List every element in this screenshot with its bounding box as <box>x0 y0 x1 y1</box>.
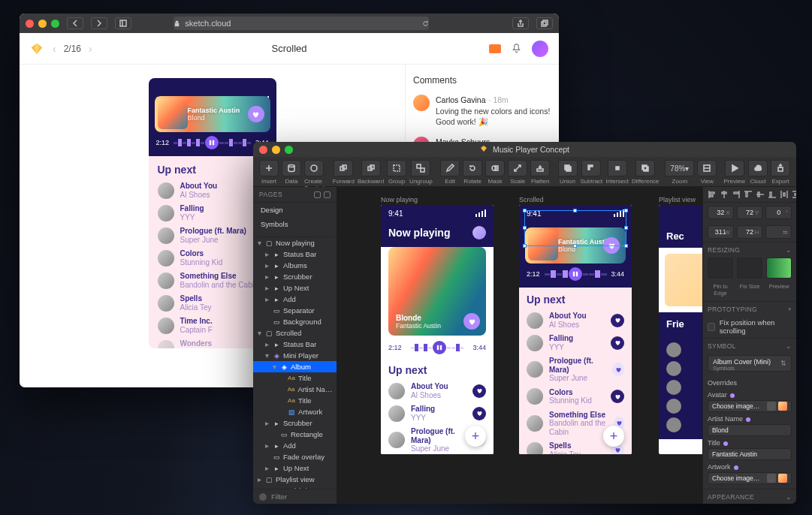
track-item[interactable]: Prologue (ft. Mara)Super June <box>158 227 267 244</box>
subtract-button[interactable]: Subtract <box>581 160 603 185</box>
layer-row[interactable]: Aa Title <box>253 372 337 384</box>
track-item[interactable]: Falling YYY <box>388 405 486 422</box>
track-item[interactable]: ColorsStunning Kid <box>527 388 624 405</box>
minimize-dot[interactable] <box>38 20 47 28</box>
scale-button[interactable]: Scale <box>508 160 527 185</box>
reload-icon[interactable] <box>422 20 429 27</box>
disclosure-icon[interactable]: ▸ <box>264 284 270 292</box>
export-button[interactable]: Export <box>771 160 790 185</box>
sidebar-button[interactable] <box>115 17 131 29</box>
artboard-label[interactable]: Now playing <box>381 196 418 203</box>
track-item[interactable]: About YouAl Shoes <box>158 182 267 199</box>
layer-row[interactable]: Aa Title <box>253 395 337 406</box>
tabs-button[interactable] <box>536 17 553 29</box>
selection-box[interactable] <box>524 210 626 246</box>
track-item[interactable]: FallingYYY <box>158 204 267 221</box>
canvas[interactable]: Now playing Scrolled Playlist view 9:41 … <box>337 187 702 504</box>
layer-row[interactable]: ▾ ◈ Album <box>253 361 337 372</box>
track-item[interactable]: Time Inc.Captain F <box>158 317 267 334</box>
status-icon[interactable] <box>489 44 501 53</box>
heart-button[interactable] <box>612 363 624 376</box>
track-item[interactable]: SpellsAlicia Tey <box>158 294 267 312</box>
h-field[interactable]: 72H <box>737 225 763 239</box>
disclosure-icon[interactable]: ▸ <box>264 261 270 270</box>
artboard-playlist[interactable]: Rec Frie <box>659 205 702 454</box>
track-item[interactable]: About YouAl Shoes <box>527 312 624 329</box>
layer-row[interactable]: ▭ Separator <box>253 305 337 316</box>
layer-row[interactable]: ▾ ▢ Now playing <box>253 237 337 248</box>
choose-image-button[interactable]: Choose image… <box>708 400 792 412</box>
heart-button[interactable] <box>463 313 480 330</box>
play-pause-button[interactable] <box>205 136 219 149</box>
layer-row[interactable]: ▸ ▸ Scrubber <box>253 271 337 282</box>
fix-position-checkbox[interactable]: Fix position when scrolling <box>703 315 796 338</box>
back-button[interactable] <box>67 17 83 29</box>
layer-row[interactable]: ▸ ▸ Status Bar <box>253 248 337 260</box>
layer-row[interactable]: Aa Artist Name <box>253 384 337 395</box>
align-row[interactable] <box>703 187 796 203</box>
pin-edge[interactable] <box>708 258 733 279</box>
flip-field[interactable]: ⇋ <box>765 225 792 239</box>
layer-row[interactable]: ▭ Background <box>253 316 337 327</box>
track-item[interactable]: FallingYYY <box>527 334 624 351</box>
forward-button[interactable] <box>91 17 107 29</box>
insert-button[interactable]: Insert <box>259 160 279 185</box>
artboard-label[interactable]: Playlist view <box>659 196 696 203</box>
intersect-button[interactable]: Intersect <box>605 160 629 185</box>
inspector-panel[interactable]: 32X 72Y 0° 311W 72H ⇋ RESIZING⌄ Pin to E… <box>702 187 796 504</box>
disclosure-icon[interactable]: ▸ <box>264 464 270 472</box>
heart-button[interactable] <box>611 314 624 327</box>
layer-row[interactable]: ▸ ▸ Status Bar <box>253 339 337 350</box>
artist-name-field[interactable]: Blond <box>708 424 792 436</box>
disclosure-icon[interactable]: ▸ <box>264 273 270 281</box>
disclosure-icon[interactable]: ▸ <box>264 295 270 303</box>
backward-button[interactable]: Backward <box>358 160 384 185</box>
track-item[interactable]: Prologue (ft. Mara)Super June <box>527 357 624 383</box>
difference-button[interactable]: Difference <box>632 160 659 185</box>
artboard-scrolled[interactable]: 9:41 Fantastic AustinBlond 2:12 <box>519 205 632 454</box>
fix-size[interactable] <box>737 258 762 279</box>
layer-row[interactable]: ▸ ▸ Scrubber <box>253 417 337 429</box>
rotate-button[interactable]: Rotate <box>463 160 482 185</box>
page-item[interactable]: Design <box>253 203 337 217</box>
traffic-lights[interactable] <box>26 20 59 28</box>
forward-button[interactable]: Forward <box>333 160 355 185</box>
symbol-select[interactable]: Album Cover (Mini) Symbols ⇅ <box>708 355 792 372</box>
layer-row[interactable]: ▭ Fade overlay <box>253 451 337 462</box>
left-panel[interactable]: PAGES Design Symbols ▾ ▢ Now playing ▸ ▸… <box>253 187 337 504</box>
flatten-button[interactable]: Flatten <box>530 160 550 185</box>
rot-field[interactable]: 0° <box>765 206 792 219</box>
layer-row[interactable]: ▸ ▢ Playlist view <box>253 474 337 485</box>
waveform[interactable] <box>174 137 251 149</box>
layer-row[interactable]: ▸ ▸ Add <box>253 440 337 451</box>
bell-icon[interactable] <box>512 44 521 53</box>
track-item[interactable]: Something ElseBandolin and the Cabin <box>158 272 267 289</box>
page-item[interactable]: Symbols <box>253 217 337 231</box>
prev-page-button[interactable]: ‹ <box>53 43 56 55</box>
layer-list[interactable]: ▾ ▢ Now playing ▸ ▸ Status Bar ▸ ▸ Album… <box>253 237 337 489</box>
address-bar[interactable]: sketch.cloud <box>174 17 429 30</box>
user-avatar[interactable] <box>532 41 548 57</box>
union-button[interactable]: Union <box>558 160 578 185</box>
layer-row[interactable]: ▸ ▸ Albums <box>253 260 337 271</box>
mask-button[interactable]: Mask <box>485 160 505 185</box>
disclosure-icon[interactable]: ▸ <box>264 419 270 427</box>
artboard-label[interactable]: Scrolled <box>519 196 544 203</box>
heart-button[interactable] <box>472 407 486 420</box>
view-button[interactable]: View <box>697 160 717 185</box>
disclosure-icon[interactable]: ▾ <box>271 363 277 371</box>
preview-button[interactable]: Preview <box>724 160 745 185</box>
title-field[interactable]: Fantastic Austin <box>708 448 792 460</box>
add-page-icon[interactable] <box>314 191 321 198</box>
disclosure-icon[interactable]: ▾ <box>256 239 262 247</box>
add-fab[interactable]: + <box>603 426 624 447</box>
x-field[interactable]: 32X <box>708 206 734 219</box>
track-item[interactable]: ColorsStunning Kid <box>158 249 267 267</box>
layer-row[interactable]: ▨ Artwork <box>253 406 337 417</box>
layer-row[interactable]: ▸ ▸ Add <box>253 294 337 305</box>
layer-row[interactable]: ▾ ◈ Mini Player <box>253 350 337 361</box>
cloud-button[interactable]: Cloud <box>748 160 768 185</box>
add-icon[interactable]: + <box>788 306 792 313</box>
layer-row[interactable]: ▸ ▸ Up Next <box>253 462 337 474</box>
share-button[interactable] <box>512 17 529 29</box>
